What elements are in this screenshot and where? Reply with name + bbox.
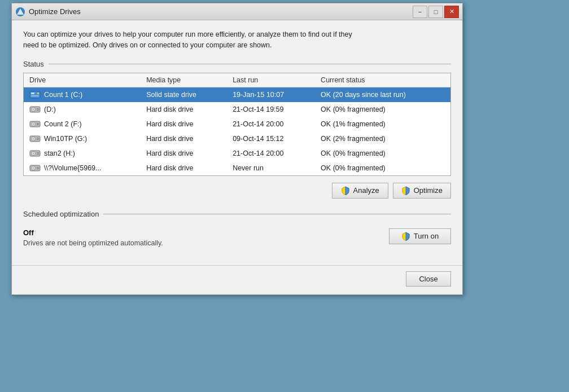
current-status-cell: OK (1% fragmented): [315, 117, 450, 131]
last-run-cell: Never run: [227, 161, 315, 175]
last-run-cell: 21-Oct-14 20:00: [227, 146, 315, 161]
drive-name: Count 1 (C:): [44, 91, 82, 99]
table-row[interactable]: stan2 (H:)Hard disk drive21-Oct-14 20:00…: [24, 146, 450, 161]
turn-on-button[interactable]: Turn on: [389, 228, 451, 244]
scheduled-divider: [103, 214, 451, 214]
drive-name: (D:): [44, 105, 56, 113]
drive-name: stan2 (H:): [44, 149, 75, 157]
current-status-cell: OK (0% fragmented): [315, 161, 450, 175]
table-row[interactable]: Count 1 (C:)Solid state drive19-Jan-15 1…: [24, 87, 450, 102]
footer: Close: [12, 265, 462, 294]
last-run-cell: 21-Oct-14 20:00: [227, 117, 315, 131]
close-button[interactable]: Close: [406, 271, 451, 287]
col-current-status: Current status: [315, 73, 450, 87]
col-media-type: Media type: [141, 73, 227, 87]
svg-rect-14: [37, 123, 39, 124]
scheduled-label: Scheduled optimization: [23, 210, 99, 218]
hdd-drive-icon: [29, 120, 41, 129]
svg-point-18: [33, 138, 34, 139]
table-row[interactable]: Win10TP (G:)Hard disk drive09-Oct-14 15:…: [24, 131, 450, 146]
drives-tbody: Count 1 (C:)Solid state drive19-Jan-15 1…: [24, 87, 450, 175]
last-run-cell: 09-Oct-14 15:12: [227, 131, 315, 146]
svg-rect-5: [37, 93, 39, 94]
drive-cell: (D:): [24, 102, 141, 117]
close-label: Close: [419, 275, 437, 283]
svg-rect-3: [31, 93, 34, 94]
media-type-cell: Hard disk drive: [141, 102, 227, 117]
svg-rect-10: [37, 109, 39, 111]
description-line1: You can optimize your drives to help you…: [23, 30, 352, 38]
maximize-button[interactable]: □: [428, 6, 443, 18]
col-last-run: Last run: [227, 73, 315, 87]
svg-rect-30: [37, 168, 39, 169]
optimize-icon: [401, 186, 410, 195]
status-divider: [49, 64, 451, 64]
current-status-cell: OK (2% fragmented): [315, 131, 450, 146]
optimize-label: Optimize: [414, 186, 443, 195]
title-bar: Optimize Drives − □ ✕: [12, 3, 462, 20]
hdd-icon-svg: [29, 149, 41, 157]
window-body: You can optimize your drives to help you…: [12, 20, 462, 265]
minimize-button[interactable]: −: [413, 6, 427, 18]
status-label: Status: [23, 60, 44, 68]
last-run-cell: 21-Oct-14 19:59: [227, 102, 315, 117]
svg-rect-15: [37, 124, 39, 125]
current-status-cell: OK (0% fragmented): [315, 102, 450, 117]
hdd-drive-icon: [29, 149, 41, 158]
analyze-button[interactable]: Analyze: [332, 183, 388, 199]
media-type-cell: Hard disk drive: [141, 146, 227, 161]
table-row[interactable]: \\?\Volume{5969...Hard disk driveNever r…: [24, 161, 450, 175]
drives-table-container: Drive Media type Last run Current status…: [23, 73, 451, 176]
media-type-cell: Hard disk drive: [141, 131, 227, 146]
hdd-icon-svg: [29, 105, 41, 113]
drive-cell: Win10TP (G:): [24, 131, 141, 146]
svg-rect-19: [37, 138, 39, 139]
svg-rect-25: [37, 153, 39, 155]
scheduled-status: Off: [23, 228, 163, 237]
svg-point-23: [33, 152, 34, 153]
hdd-drive-icon: [29, 164, 41, 173]
hdd-drive-icon: [29, 105, 41, 114]
media-type-cell: Solid state drive: [141, 87, 227, 102]
svg-rect-9: [37, 108, 39, 109]
table-row[interactable]: (D:)Hard disk drive21-Oct-14 19:59OK (0%…: [24, 102, 450, 117]
optimize-drives-window: Optimize Drives − □ ✕ You can optimize y…: [11, 3, 463, 295]
description-line2: need to be optimized. Only drives on or …: [23, 41, 272, 49]
col-drive: Drive: [24, 73, 141, 87]
title-bar-left: Optimize Drives: [15, 7, 81, 17]
close-window-button[interactable]: ✕: [444, 6, 459, 18]
media-type-cell: Hard disk drive: [141, 117, 227, 131]
scheduled-left: Off Drives are not being optimized autom…: [23, 228, 163, 247]
drive-cell: stan2 (H:): [24, 146, 141, 161]
scheduled-section-header: Scheduled optimization: [23, 210, 451, 218]
drive-cell: Count 1 (C:): [24, 87, 141, 102]
drive-cell: \\?\Volume{5969...: [24, 161, 141, 175]
ssd-drive-icon: [29, 90, 41, 99]
turn-on-icon: [401, 232, 410, 241]
action-buttons-row: Analyze Optimize: [23, 183, 451, 199]
optimize-button[interactable]: Optimize: [393, 183, 451, 199]
scheduled-section: Scheduled optimization Off Drives are no…: [23, 210, 451, 247]
window-title: Optimize Drives: [29, 7, 81, 16]
table-row[interactable]: Count 2 (F:)Hard disk drive21-Oct-14 20:…: [24, 117, 450, 131]
ssd-icon-svg: [29, 91, 41, 99]
drive-cell: Count 2 (F:): [24, 117, 141, 131]
hdd-icon-svg: [29, 164, 41, 172]
turn-on-label: Turn on: [414, 232, 439, 240]
media-type-cell: Hard disk drive: [141, 161, 227, 175]
title-bar-controls: − □ ✕: [413, 6, 459, 18]
svg-rect-24: [37, 152, 39, 153]
svg-rect-2: [30, 91, 40, 98]
svg-point-28: [33, 167, 34, 168]
status-section-header: Status: [23, 60, 451, 68]
scheduled-description: Drives are not being optimized automatic…: [23, 239, 163, 247]
svg-rect-29: [37, 167, 39, 168]
drive-name: Win10TP (G:): [44, 135, 87, 143]
analyze-label: Analyze: [353, 186, 379, 195]
svg-rect-4: [31, 95, 39, 96]
table-header: Drive Media type Last run Current status: [24, 73, 450, 87]
drive-name: \\?\Volume{5969...: [44, 164, 101, 172]
last-run-cell: 19-Jan-15 10:07: [227, 87, 315, 102]
hdd-drive-icon: [29, 134, 41, 143]
svg-rect-20: [37, 139, 39, 140]
